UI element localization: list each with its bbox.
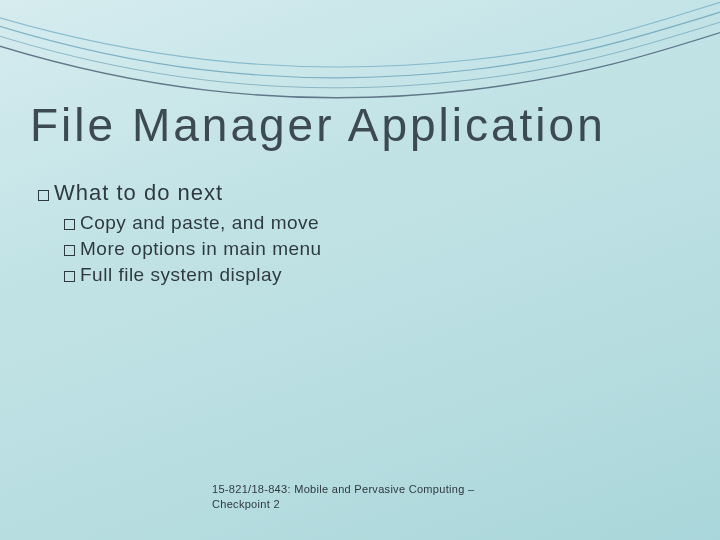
square-bullet-icon [38, 190, 49, 201]
bullet-level2: Copy and paste, and move [64, 212, 658, 234]
item-text: Copy and paste, and move [80, 212, 319, 233]
slide-title: File Manager Application [30, 98, 606, 152]
item-text: More options in main menu [80, 238, 322, 259]
item-text: Full file system display [80, 264, 282, 285]
footer-line1: 15-821/18-843: Mobile and Pervasive Comp… [212, 483, 474, 495]
square-bullet-icon [64, 271, 75, 282]
footer-line2: Checkpoint 2 [212, 498, 280, 510]
square-bullet-icon [64, 219, 75, 230]
bullet-level1: What to do next [38, 180, 658, 206]
square-bullet-icon [64, 245, 75, 256]
sub-bullets: Copy and paste, and move More options in… [64, 212, 658, 286]
bullet-level2: More options in main menu [64, 238, 658, 260]
footer: 15-821/18-843: Mobile and Pervasive Comp… [212, 482, 532, 512]
slide: File Manager Application What to do next… [0, 0, 720, 540]
bullet-level2: Full file system display [64, 264, 658, 286]
content-block: What to do next Copy and paste, and move… [38, 180, 658, 290]
heading-text: What to do next [54, 180, 223, 205]
